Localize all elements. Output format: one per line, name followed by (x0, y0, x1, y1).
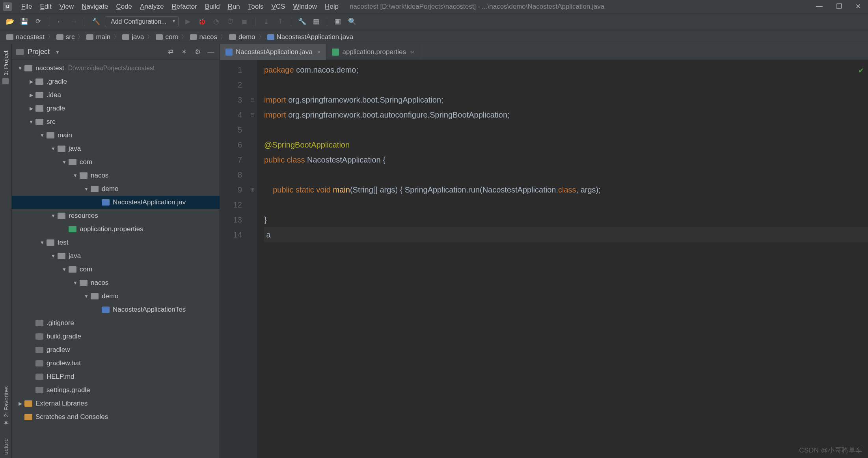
menu-view[interactable]: View (56, 1, 78, 12)
menu-window[interactable]: Window (289, 1, 320, 12)
tree-arrow-icon[interactable]: ▼ (73, 173, 78, 178)
breadcrumb-demo[interactable]: demo (227, 33, 258, 41)
menu-vcs[interactable]: VCS (268, 1, 289, 12)
tree-node-application.properties[interactable]: application.properties (12, 222, 220, 236)
fold-marker[interactable] (248, 62, 257, 77)
fold-marker[interactable]: ⊟ (248, 107, 257, 122)
breadcrumb-nacostest[interactable]: nacostest (4, 33, 47, 41)
stop-icon[interactable]: ◼ (239, 17, 250, 27)
tree-node-main[interactable]: ▼main (12, 129, 220, 142)
tree-arrow-icon[interactable]: ▶ (28, 106, 34, 111)
tree-node-nacos[interactable]: ▼nacos (12, 169, 220, 182)
open-icon[interactable]: 📂 (5, 17, 15, 27)
tree-node-com[interactable]: ▼com (12, 263, 220, 276)
breadcrumb-com[interactable]: com (153, 33, 180, 41)
project-view-title[interactable]: Project (28, 48, 50, 56)
menu-refactor[interactable]: Refactor (168, 1, 201, 12)
tool-tab-structure[interactable]: ucture (2, 435, 9, 458)
editor-tab-NacostestApplication.java[interactable]: NacostestApplication.java× (220, 44, 326, 60)
tree-node-settings.gradle[interactable]: settings.gradle (12, 383, 220, 397)
tree-arrow-icon[interactable]: ▶ (28, 92, 34, 98)
close-tab-icon[interactable]: × (317, 49, 321, 55)
menu-tools[interactable]: Tools (244, 1, 268, 12)
fold-marker[interactable] (248, 197, 257, 212)
tree-node-.idea[interactable]: ▶.idea (12, 88, 220, 102)
fold-marker[interactable]: ⊞ (248, 182, 257, 197)
build-icon[interactable]: 🔨 (91, 17, 101, 27)
tree-node-NacostestApplication.jav[interactable]: NacostestApplication.jav (12, 196, 220, 209)
code-editor[interactable]: 123456789121314 ⊟⊟⊞ package com.nacos.de… (220, 60, 868, 458)
search-icon[interactable]: 🔍 (347, 17, 357, 27)
fold-marker[interactable] (248, 137, 257, 152)
tree-node-demo[interactable]: ▼demo (12, 290, 220, 303)
menu-build[interactable]: Build (201, 1, 224, 12)
fold-marker[interactable]: ⊟ (248, 92, 257, 107)
run-icon[interactable]: ▶ (183, 17, 193, 27)
terminal-icon[interactable]: ▣ (333, 17, 343, 27)
code-content[interactable]: package com.nacos.demo; import org.sprin… (257, 60, 868, 458)
profile-icon[interactable]: ⏱ (225, 17, 235, 27)
minimize-button[interactable]: — (816, 2, 823, 11)
tree-arrow-icon[interactable]: ▼ (73, 280, 78, 286)
editor-tab-application.properties[interactable]: application.properties× (326, 44, 420, 60)
breadcrumb-NacostestApplication.java[interactable]: NacostestApplication.java (265, 33, 356, 41)
tree-arrow-icon[interactable]: ▼ (61, 159, 67, 165)
vcs-update-icon[interactable]: ⤓ (261, 17, 271, 27)
tree-node-com[interactable]: ▼com (12, 155, 220, 169)
tool-tab-favorites[interactable]: ★2: Favorites (2, 383, 9, 430)
settings-gear-icon[interactable]: ⚙ (193, 47, 202, 57)
tree-node-demo[interactable]: ▼demo (12, 182, 220, 196)
wrench-icon[interactable]: 🔧 (297, 17, 307, 27)
coverage-icon[interactable]: ◔ (211, 17, 221, 27)
tree-arrow-icon[interactable]: ▼ (28, 119, 34, 125)
run-config-selector[interactable]: Add Configuration... (105, 16, 179, 27)
tree-arrow-icon[interactable]: ▼ (39, 240, 45, 245)
breadcrumb-java[interactable]: java (120, 33, 146, 41)
tree-node-Scratches and Consoles[interactable]: Scratches and Consoles (12, 410, 220, 424)
tree-arrow-icon[interactable]: ▼ (50, 146, 56, 151)
tree-node-nacos[interactable]: ▼nacos (12, 276, 220, 290)
save-icon[interactable]: 💾 (19, 17, 29, 27)
expand-all-icon[interactable]: ✶ (179, 47, 189, 57)
fold-marker[interactable] (248, 167, 257, 182)
tree-arrow-icon[interactable]: ▼ (50, 253, 56, 259)
menu-run[interactable]: Run (224, 1, 244, 12)
tree-arrow-icon[interactable]: ▼ (17, 65, 23, 71)
menu-analyze[interactable]: Analyze (136, 1, 168, 12)
menu-file[interactable]: File (17, 1, 36, 12)
tree-node-test[interactable]: ▼test (12, 236, 220, 249)
tree-arrow-icon[interactable]: ▼ (39, 133, 45, 138)
fold-marker[interactable] (248, 77, 257, 92)
breadcrumb-main[interactable]: main (84, 33, 113, 41)
forward-icon[interactable]: → (69, 17, 79, 27)
tree-node-gradlew.bat[interactable]: gradlew.bat (12, 357, 220, 370)
fold-column[interactable]: ⊟⊟⊞ (248, 60, 257, 458)
vcs-commit-icon[interactable]: ⤒ (275, 17, 285, 27)
breadcrumb-src[interactable]: src (54, 33, 77, 41)
tree-node-nacostest[interactable]: ▼nacostestD:\work\ideaPorjects\nacostest (12, 62, 220, 75)
project-tree[interactable]: ▼nacostestD:\work\ideaPorjects\nacostest… (12, 60, 220, 458)
tree-node-.gradle[interactable]: ▶.gradle (12, 75, 220, 88)
back-icon[interactable]: ← (55, 17, 65, 27)
close-tab-icon[interactable]: × (411, 49, 414, 55)
maximize-button[interactable]: ❐ (836, 2, 842, 11)
tree-node-build.gradle[interactable]: build.gradle (12, 330, 220, 343)
fold-marker[interactable] (248, 212, 257, 227)
tree-arrow-icon[interactable]: ▼ (84, 293, 89, 299)
debug-icon[interactable]: 🐞 (197, 17, 207, 27)
tree-node-java[interactable]: ▼java (12, 142, 220, 155)
chevron-down-icon[interactable]: ▼ (55, 49, 60, 55)
tree-node-NacostestApplicationTes[interactable]: NacostestApplicationTes (12, 303, 220, 316)
tool-tab-project[interactable]: 1: Project (2, 47, 9, 87)
breadcrumb-nacos[interactable]: nacos (188, 33, 220, 41)
menu-help[interactable]: Help (321, 1, 343, 12)
tree-node-resources[interactable]: ▼resources (12, 209, 220, 222)
fold-marker[interactable] (248, 152, 257, 167)
tree-node-External Libraries[interactable]: ▶External Libraries (12, 397, 220, 410)
fold-marker[interactable] (248, 122, 257, 137)
menu-navigate[interactable]: Navigate (78, 1, 112, 12)
select-opened-file-icon[interactable]: ⇄ (166, 47, 175, 57)
tree-node-src[interactable]: ▼src (12, 115, 220, 129)
tree-arrow-icon[interactable]: ▼ (61, 267, 67, 272)
tree-arrow-icon[interactable]: ▼ (84, 186, 89, 192)
